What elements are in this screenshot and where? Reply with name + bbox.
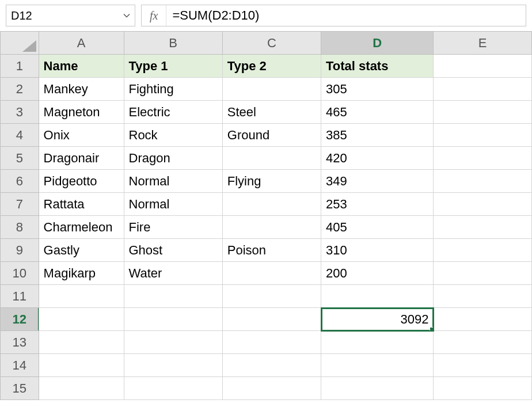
col-header-C[interactable]: C bbox=[222, 32, 321, 55]
cell-C1[interactable]: Type 2 bbox=[222, 55, 321, 78]
cell-D8[interactable]: 405 bbox=[321, 216, 434, 239]
cell-C4[interactable]: Ground bbox=[222, 124, 321, 147]
cell-D11[interactable] bbox=[321, 285, 434, 308]
cell-C2[interactable] bbox=[222, 78, 321, 101]
spreadsheet-grid[interactable]: A B C D E 1 Name Type 1 Type 2 Total sta… bbox=[0, 31, 532, 400]
cell-B3[interactable]: Electric bbox=[124, 101, 222, 124]
cell-C6[interactable]: Flying bbox=[222, 170, 321, 193]
cell-E14[interactable] bbox=[434, 354, 532, 377]
cell-C12[interactable] bbox=[222, 308, 321, 331]
cell-E1[interactable] bbox=[434, 55, 532, 78]
cell-D14[interactable] bbox=[321, 354, 434, 377]
select-all-corner[interactable] bbox=[1, 32, 39, 55]
cell-B13[interactable] bbox=[124, 331, 222, 354]
cell-C9[interactable]: Poison bbox=[222, 239, 321, 262]
cell-C7[interactable] bbox=[222, 193, 321, 216]
cell-A10[interactable]: Magikarp bbox=[39, 262, 124, 285]
cell-D13[interactable] bbox=[321, 331, 434, 354]
cell-E3[interactable] bbox=[434, 101, 532, 124]
cell-A15[interactable] bbox=[39, 377, 124, 400]
row-header-14[interactable]: 14 bbox=[1, 354, 39, 377]
cell-D4[interactable]: 385 bbox=[321, 124, 434, 147]
row-header-12[interactable]: 12 bbox=[1, 308, 39, 331]
row-header-3[interactable]: 3 bbox=[1, 101, 39, 124]
row-header-15[interactable]: 15 bbox=[1, 377, 39, 400]
cell-B10[interactable]: Water bbox=[124, 262, 222, 285]
cell-B12[interactable] bbox=[124, 308, 222, 331]
cell-D6[interactable]: 349 bbox=[321, 170, 434, 193]
cell-D12-active[interactable]: 3092 bbox=[321, 308, 434, 331]
cell-A6[interactable]: Pidgeotto bbox=[39, 170, 124, 193]
cell-B2[interactable]: Fighting bbox=[124, 78, 222, 101]
cell-C5[interactable] bbox=[222, 147, 321, 170]
formula-input[interactable] bbox=[166, 6, 526, 25]
cell-D7[interactable]: 253 bbox=[321, 193, 434, 216]
cell-C10[interactable] bbox=[222, 262, 321, 285]
row-header-10[interactable]: 10 bbox=[1, 262, 39, 285]
cell-D1[interactable]: Total stats bbox=[321, 55, 434, 78]
cell-E13[interactable] bbox=[434, 331, 532, 354]
col-header-A[interactable]: A bbox=[39, 32, 124, 55]
row-header-1[interactable]: 1 bbox=[1, 55, 39, 78]
cell-E15[interactable] bbox=[434, 377, 532, 400]
cell-E12[interactable] bbox=[434, 308, 532, 331]
cell-A14[interactable] bbox=[39, 354, 124, 377]
formula-bar[interactable]: fx bbox=[141, 5, 526, 26]
cell-A5[interactable]: Dragonair bbox=[39, 147, 124, 170]
cell-B15[interactable] bbox=[124, 377, 222, 400]
cell-E9[interactable] bbox=[434, 239, 532, 262]
row-header-11[interactable]: 11 bbox=[1, 285, 39, 308]
cell-C11[interactable] bbox=[222, 285, 321, 308]
cell-C8[interactable] bbox=[222, 216, 321, 239]
cell-C3[interactable]: Steel bbox=[222, 101, 321, 124]
cell-A12[interactable] bbox=[39, 308, 124, 331]
cell-A13[interactable] bbox=[39, 331, 124, 354]
cell-A11[interactable] bbox=[39, 285, 124, 308]
row-header-8[interactable]: 8 bbox=[1, 216, 39, 239]
cell-C14[interactable] bbox=[222, 354, 321, 377]
name-box[interactable] bbox=[6, 5, 135, 26]
cell-D15[interactable] bbox=[321, 377, 434, 400]
cell-B1[interactable]: Type 1 bbox=[124, 55, 222, 78]
cell-B6[interactable]: Normal bbox=[124, 170, 222, 193]
row-header-5[interactable]: 5 bbox=[1, 147, 39, 170]
cell-E8[interactable] bbox=[434, 216, 532, 239]
cell-B8[interactable]: Fire bbox=[124, 216, 222, 239]
row-header-13[interactable]: 13 bbox=[1, 331, 39, 354]
cell-E5[interactable] bbox=[434, 147, 532, 170]
cell-A3[interactable]: Magneton bbox=[39, 101, 124, 124]
cell-C13[interactable] bbox=[222, 331, 321, 354]
row-header-6[interactable]: 6 bbox=[1, 170, 39, 193]
col-header-B[interactable]: B bbox=[124, 32, 222, 55]
cell-E10[interactable] bbox=[434, 262, 532, 285]
cell-D9[interactable]: 310 bbox=[321, 239, 434, 262]
row-header-9[interactable]: 9 bbox=[1, 239, 39, 262]
row-header-7[interactable]: 7 bbox=[1, 193, 39, 216]
cell-B7[interactable]: Normal bbox=[124, 193, 222, 216]
cell-A7[interactable]: Rattata bbox=[39, 193, 124, 216]
cell-E4[interactable] bbox=[434, 124, 532, 147]
cell-B14[interactable] bbox=[124, 354, 222, 377]
cell-B11[interactable] bbox=[124, 285, 222, 308]
cell-A4[interactable]: Onix bbox=[39, 124, 124, 147]
cell-E2[interactable] bbox=[434, 78, 532, 101]
cell-D10[interactable]: 200 bbox=[321, 262, 434, 285]
cell-A8[interactable]: Charmeleon bbox=[39, 216, 124, 239]
col-header-D[interactable]: D bbox=[321, 32, 434, 55]
cell-E7[interactable] bbox=[434, 193, 532, 216]
row-header-4[interactable]: 4 bbox=[1, 124, 39, 147]
cell-D5[interactable]: 420 bbox=[321, 147, 434, 170]
cell-C15[interactable] bbox=[222, 377, 321, 400]
cell-B9[interactable]: Ghost bbox=[124, 239, 222, 262]
cell-A9[interactable]: Gastly bbox=[39, 239, 124, 262]
cell-D3[interactable]: 465 bbox=[321, 101, 434, 124]
col-header-E[interactable]: E bbox=[434, 32, 532, 55]
cell-E11[interactable] bbox=[434, 285, 532, 308]
cell-A2[interactable]: Mankey bbox=[39, 78, 124, 101]
cell-A1[interactable]: Name bbox=[39, 55, 124, 78]
row-header-2[interactable]: 2 bbox=[1, 78, 39, 101]
cell-E6[interactable] bbox=[434, 170, 532, 193]
cell-B4[interactable]: Rock bbox=[124, 124, 222, 147]
cell-B5[interactable]: Dragon bbox=[124, 147, 222, 170]
name-box-input[interactable] bbox=[6, 7, 135, 25]
